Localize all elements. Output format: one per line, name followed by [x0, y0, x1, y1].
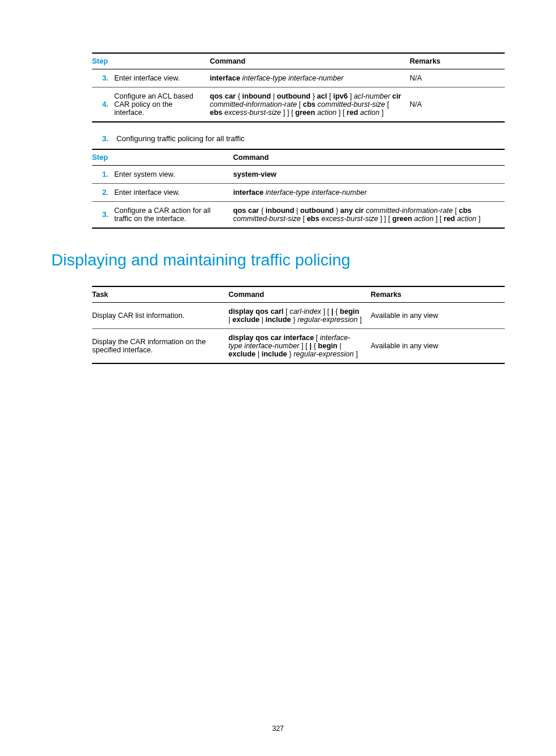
- table-row: Display the CAR information on the speci…: [92, 329, 505, 364]
- task-cell: Display CAR list information.: [92, 303, 228, 329]
- table-row: 3.Enter interface view.interface interfa…: [92, 69, 505, 88]
- command-cell: display qos car interface [ interface-ty…: [228, 329, 371, 364]
- remarks-cell: N/A: [410, 69, 505, 88]
- step-table-2: Step Command 1.Enter system view.system-…: [92, 149, 505, 229]
- intro-num: 3.: [92, 134, 108, 143]
- step-number: 2.: [92, 184, 114, 202]
- intro-text: Configuring traffic policing for all tra…: [117, 134, 245, 143]
- th-step: Step: [92, 149, 233, 166]
- remarks-cell: Available in any view: [371, 303, 505, 329]
- th-command: Command: [210, 53, 410, 69]
- command-cell: display qos carl [ carl-index ] [ | { be…: [228, 303, 371, 329]
- table-row: 3.Configure a CAR action for all traffic…: [92, 202, 505, 229]
- step-number: 3.: [92, 69, 114, 88]
- table-row: 4.Configure an ACL based CAR policy on t…: [92, 88, 505, 123]
- remarks-cell: N/A: [410, 88, 505, 123]
- page-number: 327: [0, 724, 556, 733]
- command-cell: system-view: [233, 166, 505, 184]
- command-cell: qos car { inbound | outbound } any cir c…: [233, 202, 505, 229]
- step-number: 4.: [92, 88, 114, 123]
- intro-line: 3. Configuring traffic policing for all …: [92, 134, 505, 143]
- table-row: Display CAR list information.display qos…: [92, 303, 505, 329]
- step-description: Configure an ACL based CAR policy on the…: [114, 88, 210, 123]
- command-cell: interface interface-type interface-numbe…: [233, 184, 505, 202]
- step-description: Enter interface view.: [114, 184, 233, 202]
- table-row: 2.Enter interface view.interface interfa…: [92, 184, 505, 202]
- command-cell: qos car { inbound | outbound } acl [ ipv…: [210, 88, 410, 123]
- step-description: Enter interface view.: [114, 69, 210, 88]
- step-table-1: Step Command Remarks 3.Enter interface v…: [92, 52, 505, 123]
- th-command: Command: [233, 149, 505, 166]
- task-cell: Display the CAR information on the speci…: [92, 329, 228, 364]
- step-number: 3.: [92, 202, 114, 229]
- th-task: Task: [92, 286, 228, 303]
- task-table: Task Command Remarks Display CAR list in…: [92, 286, 505, 364]
- table-row: 1.Enter system view.system-view: [92, 166, 505, 184]
- th-step: Step: [92, 53, 210, 69]
- th-command: Command: [228, 286, 371, 303]
- remarks-cell: Available in any view: [371, 329, 505, 364]
- step-description: Configure a CAR action for all traffic o…: [114, 202, 233, 229]
- th-remarks: Remarks: [410, 53, 505, 69]
- th-remarks: Remarks: [371, 286, 505, 303]
- command-cell: interface interface-type interface-numbe…: [210, 69, 410, 88]
- step-description: Enter system view.: [114, 166, 233, 184]
- step-number: 1.: [92, 166, 114, 184]
- section-title: Displaying and maintaining traffic polic…: [51, 251, 505, 270]
